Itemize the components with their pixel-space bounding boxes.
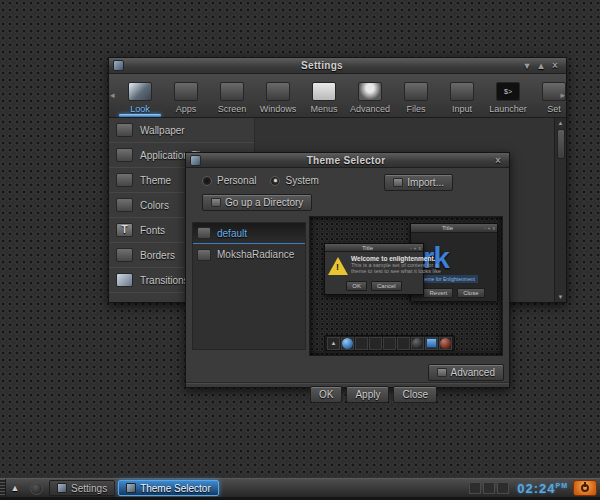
shelf-power-icon bbox=[439, 337, 452, 350]
theme-item-default[interactable]: default bbox=[193, 223, 305, 244]
power-button[interactable] bbox=[573, 480, 597, 496]
scrollbar-thumb[interactable] bbox=[557, 129, 565, 159]
toolbar-item-look[interactable]: Look bbox=[117, 74, 163, 117]
shelf-empty-slot bbox=[355, 337, 368, 350]
shelf-empty-slot bbox=[397, 337, 410, 350]
systray-slot bbox=[483, 482, 495, 494]
advanced-button-label: Advanced bbox=[451, 367, 495, 378]
advanced-gear-icon bbox=[437, 368, 447, 377]
shade-icon[interactable]: ▾ bbox=[520, 60, 534, 71]
fonts-icon: T bbox=[116, 223, 133, 237]
toolbar-item-files[interactable]: Files bbox=[393, 74, 439, 117]
toolbar-item-input[interactable]: Input bbox=[439, 74, 485, 117]
toolbar-item-apps[interactable]: Apps bbox=[163, 74, 209, 117]
ok-button-label: OK bbox=[319, 389, 333, 400]
sidebar-item-wallpaper[interactable]: Wallpaper bbox=[109, 118, 254, 143]
toolbar-scroll-right-icon[interactable]: ▸ bbox=[560, 90, 565, 100]
sidebar-label: Fonts bbox=[140, 225, 165, 236]
toolbar-item-launcher[interactable]: $> Launcher bbox=[485, 74, 531, 117]
dialog-close-icon[interactable]: × bbox=[491, 155, 505, 166]
dialog-action-buttons: OK Apply Close bbox=[310, 386, 437, 403]
apps-icon bbox=[174, 82, 198, 101]
go-up-directory-button[interactable]: Go up a Directory bbox=[202, 194, 312, 211]
toolbar-scroll-left-icon[interactable]: ◂ bbox=[110, 90, 115, 100]
clock-meridiem: PM bbox=[556, 482, 569, 489]
mini-shade-icon: - bbox=[410, 245, 412, 251]
preview-front-body: ! Welcome to enlightenment. This is a sa… bbox=[325, 252, 423, 275]
shelf-clock-icon bbox=[411, 337, 424, 350]
settings-titlebar[interactable]: Settings ▾ ▴ × bbox=[109, 58, 566, 74]
radio-system-label: System bbox=[285, 175, 318, 186]
dialog-title: Theme Selector bbox=[201, 155, 491, 166]
close-icon[interactable]: × bbox=[548, 60, 562, 71]
application-theme-icon bbox=[116, 148, 133, 162]
theme-item-moksharadiance[interactable]: MokshaRadiance bbox=[193, 244, 305, 265]
task-button-theme-selector[interactable]: Theme Selector bbox=[118, 480, 219, 496]
radio-personal[interactable]: Personal bbox=[202, 175, 256, 186]
advanced-button[interactable]: Advanced bbox=[428, 364, 504, 381]
scroll-up-icon[interactable]: ▲ bbox=[558, 118, 564, 128]
input-icon bbox=[450, 82, 474, 101]
toolbar-label: Apps bbox=[176, 104, 197, 114]
toolbar-label: Input bbox=[452, 104, 472, 114]
toolbar-item-advanced[interactable]: Advanced bbox=[347, 74, 393, 117]
settings-toolbar: ◂ Look Apps Screen Windows Menus bbox=[109, 74, 566, 118]
radio-system-dot bbox=[270, 176, 280, 186]
import-button[interactable]: Import... bbox=[384, 174, 453, 191]
dialog-window-icon bbox=[190, 155, 201, 166]
toolbar-item-windows[interactable]: Windows bbox=[255, 74, 301, 117]
preview-front-buttons: OK Cancel bbox=[325, 281, 423, 291]
clock[interactable]: 02:24 PM bbox=[517, 481, 568, 496]
colors-icon bbox=[116, 198, 133, 212]
import-icon bbox=[393, 178, 403, 187]
preview-front-titlebar: Title - + x bbox=[325, 244, 423, 252]
theme-item-label: default bbox=[217, 228, 247, 239]
maximize-icon[interactable]: ▴ bbox=[534, 60, 548, 71]
apply-button[interactable]: Apply bbox=[346, 386, 389, 403]
shelf-folder-icon bbox=[425, 337, 438, 350]
scroll-down-icon[interactable]: ▼ bbox=[558, 292, 564, 302]
toolbar-label: Look bbox=[130, 104, 150, 114]
radio-personal-dot bbox=[202, 176, 212, 186]
task-label: Theme Selector bbox=[140, 483, 211, 494]
task-button-settings[interactable]: Settings bbox=[49, 480, 115, 496]
preview-cancel-button: Cancel bbox=[371, 281, 402, 291]
start-menu-arrow-icon[interactable]: ▲ bbox=[6, 483, 24, 493]
close-button[interactable]: Close bbox=[393, 386, 437, 403]
theme-file-icon bbox=[197, 227, 211, 239]
shelf-globe-icon bbox=[341, 337, 354, 350]
task-label: Settings bbox=[71, 483, 107, 494]
look-icon bbox=[128, 82, 152, 101]
preview-back-title: Title bbox=[413, 225, 482, 231]
dialog-titlebar[interactable]: Theme Selector × bbox=[186, 153, 509, 168]
sidebar-label: Colors bbox=[140, 200, 169, 211]
radio-personal-label: Personal bbox=[217, 175, 256, 186]
systray-slot bbox=[497, 482, 509, 494]
location-radio-group: Personal System bbox=[202, 175, 319, 186]
radio-system[interactable]: System bbox=[270, 175, 318, 186]
screen-icon bbox=[220, 82, 244, 101]
sidebar-label: Transitions bbox=[140, 275, 189, 286]
sidebar-label: Theme bbox=[140, 175, 171, 186]
preview-front-title: Title bbox=[327, 245, 408, 251]
apply-button-label: Apply bbox=[355, 389, 380, 400]
theme-icon bbox=[116, 173, 133, 187]
pager-icon[interactable] bbox=[30, 482, 43, 495]
toolbar-item-screen[interactable]: Screen bbox=[209, 74, 255, 117]
task-settings-icon bbox=[57, 483, 67, 493]
power-icon bbox=[581, 484, 589, 492]
settings-scrollbar[interactable]: ▲ ▼ bbox=[554, 118, 566, 302]
mini-maximize-icon: + bbox=[414, 245, 417, 251]
systray-slot bbox=[469, 482, 481, 494]
preview-dialog-text: Welcome to enlightenment. This is a samp… bbox=[351, 255, 441, 275]
ok-button[interactable]: OK bbox=[310, 386, 342, 403]
preview-back-titlebar: Title - + x bbox=[411, 224, 497, 233]
launcher-icon: $> bbox=[496, 82, 520, 101]
toolbar-label: Set bbox=[547, 104, 561, 114]
selected-tab-underline bbox=[119, 114, 161, 117]
warning-bang: ! bbox=[336, 262, 339, 272]
theme-list: default MokshaRadiance bbox=[192, 222, 306, 350]
sidebar-label: Wallpaper bbox=[140, 125, 185, 136]
toolbar-item-menus[interactable]: Menus bbox=[301, 74, 347, 117]
settings-window-title: Settings bbox=[124, 60, 520, 71]
